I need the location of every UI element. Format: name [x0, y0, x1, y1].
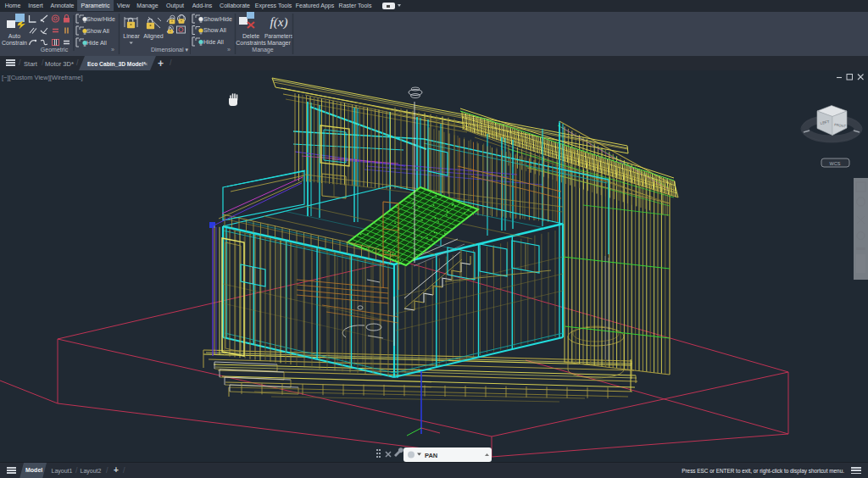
svg-text:Hide All: Hide All	[86, 40, 107, 46]
svg-text:Parameters: Parameters	[264, 33, 294, 39]
svg-text:Constraints: Constraints	[236, 40, 266, 46]
svg-text:Hide All: Hide All	[203, 39, 224, 45]
svg-text:Show/Hide: Show/Hide	[203, 16, 232, 22]
svg-text:Delete: Delete	[242, 33, 259, 39]
svg-text:f(x): f(x)	[270, 15, 288, 30]
svg-text:PAN: PAN	[425, 452, 437, 459]
svg-text:Show All: Show All	[86, 28, 109, 34]
svg-text:Constrain: Constrain	[2, 40, 27, 46]
svg-text:WCS: WCS	[830, 161, 841, 166]
svg-text:Auto: Auto	[8, 33, 21, 39]
svg-text:Show All: Show All	[203, 27, 226, 33]
svg-text:Manager: Manager	[267, 40, 291, 47]
svg-text:Show/Hide: Show/Hide	[86, 16, 115, 22]
svg-text:Aligned: Aligned	[143, 33, 163, 40]
svg-text:Linear: Linear	[123, 33, 140, 39]
